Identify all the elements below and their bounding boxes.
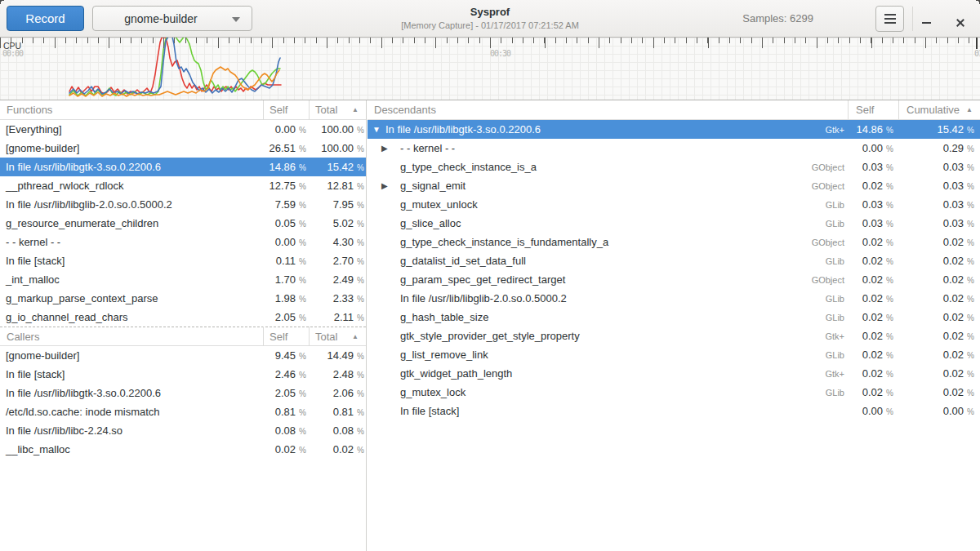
descendants-pane: Descendants Self Cumulative▲ ▼In file /u… [368,100,980,551]
total-percent: 0.08% [309,424,366,437]
symbol-name: g_signal_emit [400,180,812,192]
self-percent: 0.02% [848,236,898,248]
table-row[interactable]: g_mutex_unlockGLib0.03%0.03% [368,195,980,214]
symbol-name: In file /usr/lib/libc-2.24.so [0,424,263,437]
total-percent: 0.02% [898,367,980,380]
sort-ascending-icon: ▲ [352,106,359,113]
table-row[interactable]: ▶g_signal_emitGObject0.02%0.03% [368,176,980,195]
symbol-name: In file /usr/lib/libgtk-3.so.0.2200.6 [385,123,825,136]
table-row[interactable]: [gnome-builder]9.45%14.49% [0,346,366,365]
table-row[interactable]: __pthread_rwlock_rdlock12.75%12.81% [0,176,366,195]
total-percent: 15.42% [898,123,980,136]
table-row[interactable]: In file /usr/lib/libglib-2.0.so.0.5000.2… [0,195,366,214]
table-row[interactable]: g_datalist_id_set_data_fullGLib0.02%0.02… [368,251,980,270]
table-row[interactable]: In file [stack]0.00%0.00% [368,402,980,420]
minimize-icon [922,22,931,24]
time-label-mid: 00:30 [490,49,510,58]
close-button[interactable] [947,6,973,32]
table-row[interactable]: In file [stack]0.11%2.70% [0,251,366,270]
table-row[interactable]: ▼In file /usr/lib/libgtk-3.so.0.2200.6Gt… [368,120,980,139]
library-name: GLib [826,294,848,304]
table-row[interactable]: g_mutex_lockGLib0.02%0.02% [368,383,980,402]
callers-column[interactable]: Callers [0,327,263,346]
descendants-self-column[interactable]: Self [848,100,898,120]
table-row[interactable]: ▶- - kernel - -0.00%0.29% [368,139,980,158]
cpu-graph[interactable]: CPU 00:00 00:30 01:00 [0,38,980,100]
library-name: GLib [826,388,848,398]
window-title: Sysprof [327,6,653,18]
total-percent: 12.81% [309,180,366,192]
hamburger-icon [884,14,896,16]
menu-button[interactable] [875,6,904,32]
self-percent: 14.86% [263,161,309,173]
minimize-button[interactable] [913,6,939,32]
table-row[interactable]: - - kernel - -0.00%4.30% [0,233,366,251]
descendants-column[interactable]: Descendants [368,100,848,120]
window-subtitle: [Memory Capture] - 01/17/2017 07:21:52 A… [327,20,653,30]
table-row[interactable]: [gnome-builder]26.51%100.00% [0,139,366,158]
table-row[interactable]: In file /usr/lib/libgtk-3.so.0.2200.614.… [0,158,366,176]
self-percent: 1.70% [263,273,309,286]
record-button[interactable]: Record [7,6,84,31]
self-percent: 0.00% [848,142,898,154]
table-row[interactable]: g_markup_parse_context_parse1.98%2.33% [0,289,366,308]
table-row[interactable]: [Everything]0.00%100.00% [0,120,366,139]
self-percent: 0.02% [263,443,309,455]
expander-closed-icon[interactable]: ▶ [381,144,400,153]
table-row[interactable]: g_slice_allocGLib0.03%0.03% [368,214,980,233]
symbol-name: __libc_malloc [0,443,263,455]
table-row[interactable]: g_io_channel_read_chars2.05%2.11% [0,308,366,327]
table-row[interactable]: In file /usr/lib/libgtk-3.so.0.2200.62.0… [0,384,366,402]
functions-table-header: Functions Self Total▲ [0,100,366,120]
symbol-name: g_markup_parse_context_parse [0,292,263,304]
window-corner [0,0,4,4]
table-row[interactable]: g_hash_table_sizeGLib0.02%0.02% [368,308,980,327]
headerbar: Record gnome-builder Sysprof [Memory Cap… [0,0,980,38]
table-row[interactable]: gtk_style_provider_get_style_propertyGtk… [368,327,980,345]
symbol-name: g_resource_enumerate_children [0,217,263,229]
table-row[interactable]: _int_malloc1.70%2.49% [0,270,366,289]
callers-self-column[interactable]: Self [263,327,309,346]
symbol-name: /etc/ld.so.cache: inode mismatch [0,406,263,418]
callers-total-column[interactable]: Total▲ [309,327,366,346]
functions-total-column[interactable]: Total▲ [309,100,366,120]
total-percent: 0.03% [898,217,980,229]
symbol-name: g_datalist_id_set_data_full [400,255,826,267]
total-percent: 7.95% [309,198,366,211]
table-row[interactable]: g_resource_enumerate_children0.05%5.02% [0,214,366,233]
functions-self-column[interactable]: Self [263,100,309,120]
expander-closed-icon[interactable]: ▶ [381,181,400,190]
descendants-cumulative-column[interactable]: Cumulative▲ [898,100,980,120]
process-selector-dropdown[interactable]: gnome-builder [92,6,252,31]
symbol-name: In file [stack] [0,255,263,267]
table-row[interactable]: __libc_malloc0.02%0.02% [0,440,366,459]
window-corner [976,0,980,4]
table-row[interactable]: gtk_widget_path_lengthGtk+0.02%0.02% [368,364,980,383]
table-row[interactable]: g_type_check_instance_is_fundamentally_a… [368,233,980,251]
table-row[interactable]: In file /usr/lib/libglib-2.0.so.0.5000.2… [368,289,980,308]
self-percent: 0.03% [848,198,898,211]
library-name: GLib [826,350,848,360]
self-percent: 0.00% [263,236,309,248]
table-row[interactable]: g_type_check_instance_is_aGObject0.03%0.… [368,158,980,176]
self-percent: 0.02% [848,180,898,192]
table-row[interactable]: In file [stack]2.46%2.48% [0,365,366,384]
table-row[interactable]: In file /usr/lib/libc-2.24.so0.08%0.08% [0,421,366,440]
library-name: GObject [812,162,848,172]
self-percent: 7.59% [263,198,309,211]
table-row[interactable]: /etc/ld.so.cache: inode mismatch0.81%0.8… [0,402,366,421]
self-percent: 9.45% [263,349,309,362]
library-name: GLib [826,200,848,210]
table-row[interactable]: g_param_spec_get_redirect_targetGObject0… [368,270,980,289]
symbol-name: g_io_channel_read_chars [0,311,263,323]
symbol-name: g_type_check_instance_is_fundamentally_a [400,236,812,248]
table-row[interactable]: g_list_remove_linkGLib0.02%0.02% [368,345,980,364]
callers-list: [gnome-builder]9.45%14.49%In file [stack… [0,346,366,459]
total-percent: 0.81% [309,406,366,418]
time-label-end: 01:00 [974,49,980,58]
total-percent: 2.11% [309,311,366,323]
functions-column[interactable]: Functions [0,100,263,120]
symbol-name: g_mutex_unlock [400,198,826,211]
library-name: GObject [812,238,848,247]
expander-open-icon[interactable]: ▼ [372,125,385,134]
